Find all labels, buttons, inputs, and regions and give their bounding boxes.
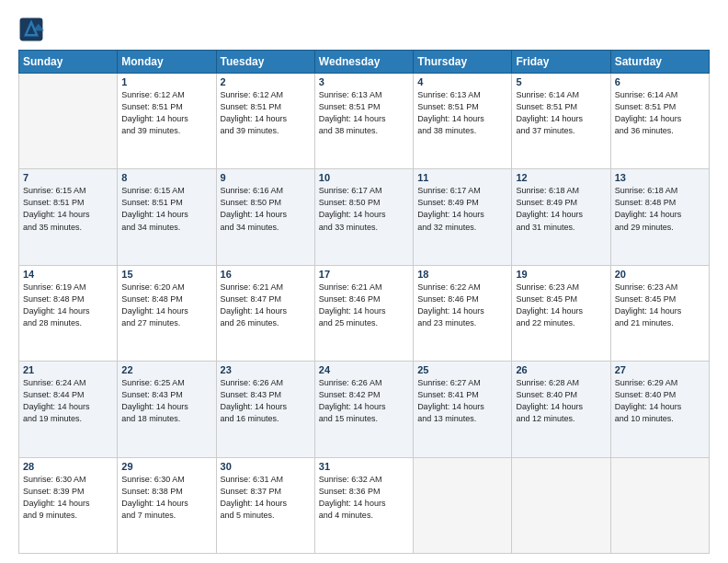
calendar-cell: 17Sunrise: 6:21 AM Sunset: 8:46 PM Dayli…	[314, 265, 413, 361]
calendar-cell: 9Sunrise: 6:16 AM Sunset: 8:50 PM Daylig…	[216, 169, 314, 265]
calendar-cell: 4Sunrise: 6:13 AM Sunset: 8:51 PM Daylig…	[414, 74, 512, 169]
day-info: Sunrise: 6:15 AM Sunset: 8:51 PM Dayligh…	[23, 185, 113, 233]
day-number: 26	[516, 364, 606, 375]
calendar-cell: 22Sunrise: 6:25 AM Sunset: 8:43 PM Dayli…	[118, 362, 216, 457]
day-info: Sunrise: 6:18 AM Sunset: 8:49 PM Dayligh…	[516, 185, 606, 233]
calendar-cell	[414, 457, 512, 553]
calendar-cell: 11Sunrise: 6:17 AM Sunset: 8:49 PM Dayli…	[414, 169, 512, 265]
day-number: 25	[417, 364, 507, 375]
calendar-cell: 20Sunrise: 6:23 AM Sunset: 8:45 PM Dayli…	[610, 265, 709, 361]
weekday-header-tuesday: Tuesday	[216, 51, 314, 74]
day-number: 3	[319, 76, 409, 87]
day-number: 27	[615, 364, 705, 375]
day-info: Sunrise: 6:26 AM Sunset: 8:43 PM Dayligh…	[221, 377, 311, 425]
day-info: Sunrise: 6:25 AM Sunset: 8:43 PM Dayligh…	[121, 377, 211, 425]
day-number: 13	[615, 172, 705, 183]
calendar-cell	[19, 74, 118, 169]
day-number: 17	[319, 269, 409, 280]
day-info: Sunrise: 6:23 AM Sunset: 8:45 PM Dayligh…	[516, 282, 606, 329]
calendar-cell: 21Sunrise: 6:24 AM Sunset: 8:44 PM Dayli…	[19, 362, 118, 457]
day-number: 4	[417, 76, 507, 87]
calendar-cell: 5Sunrise: 6:14 AM Sunset: 8:51 PM Daylig…	[512, 74, 610, 169]
day-info: Sunrise: 6:22 AM Sunset: 8:46 PM Dayligh…	[417, 282, 507, 329]
calendar-cell: 6Sunrise: 6:14 AM Sunset: 8:51 PM Daylig…	[610, 74, 709, 169]
weekday-header-thursday: Thursday	[414, 51, 512, 74]
day-number: 12	[516, 172, 606, 183]
calendar-cell: 23Sunrise: 6:26 AM Sunset: 8:43 PM Dayli…	[216, 362, 314, 457]
day-info: Sunrise: 6:12 AM Sunset: 8:51 PM Dayligh…	[121, 89, 211, 137]
calendar-cell	[610, 457, 709, 553]
weekday-header-wednesday: Wednesday	[314, 51, 413, 74]
day-info: Sunrise: 6:18 AM Sunset: 8:48 PM Dayligh…	[615, 185, 705, 233]
day-info: Sunrise: 6:30 AM Sunset: 8:38 PM Dayligh…	[121, 474, 211, 522]
day-number: 1	[121, 76, 211, 87]
day-info: Sunrise: 6:27 AM Sunset: 8:41 PM Dayligh…	[417, 377, 507, 425]
day-info: Sunrise: 6:32 AM Sunset: 8:36 PM Dayligh…	[319, 474, 409, 522]
day-number: 22	[121, 364, 211, 375]
day-number: 2	[221, 76, 311, 87]
calendar-cell: 18Sunrise: 6:22 AM Sunset: 8:46 PM Dayli…	[414, 265, 512, 361]
day-number: 10	[319, 172, 409, 183]
day-number: 6	[615, 76, 705, 87]
day-number: 5	[516, 76, 606, 87]
day-info: Sunrise: 6:15 AM Sunset: 8:51 PM Dayligh…	[121, 185, 211, 233]
calendar-cell: 28Sunrise: 6:30 AM Sunset: 8:39 PM Dayli…	[19, 457, 118, 553]
calendar-cell: 25Sunrise: 6:27 AM Sunset: 8:41 PM Dayli…	[414, 362, 512, 457]
calendar-cell: 2Sunrise: 6:12 AM Sunset: 8:51 PM Daylig…	[216, 74, 314, 169]
day-info: Sunrise: 6:17 AM Sunset: 8:49 PM Dayligh…	[417, 185, 507, 233]
day-number: 15	[121, 269, 211, 280]
day-info: Sunrise: 6:31 AM Sunset: 8:37 PM Dayligh…	[221, 474, 311, 522]
day-info: Sunrise: 6:26 AM Sunset: 8:42 PM Dayligh…	[319, 377, 409, 425]
calendar-cell: 29Sunrise: 6:30 AM Sunset: 8:38 PM Dayli…	[118, 457, 216, 553]
day-info: Sunrise: 6:14 AM Sunset: 8:51 PM Dayligh…	[516, 89, 606, 137]
logo-icon	[18, 17, 44, 42]
day-number: 23	[221, 364, 311, 375]
calendar-cell: 26Sunrise: 6:28 AM Sunset: 8:40 PM Dayli…	[512, 362, 610, 457]
week-row-1: 1Sunrise: 6:12 AM Sunset: 8:51 PM Daylig…	[19, 74, 710, 169]
day-number: 11	[417, 172, 507, 183]
day-info: Sunrise: 6:28 AM Sunset: 8:40 PM Dayligh…	[516, 377, 606, 425]
day-info: Sunrise: 6:13 AM Sunset: 8:51 PM Dayligh…	[417, 89, 507, 137]
day-info: Sunrise: 6:16 AM Sunset: 8:50 PM Dayligh…	[221, 185, 311, 233]
day-number: 14	[23, 269, 113, 280]
calendar-cell: 30Sunrise: 6:31 AM Sunset: 8:37 PM Dayli…	[216, 457, 314, 553]
week-row-2: 7Sunrise: 6:15 AM Sunset: 8:51 PM Daylig…	[19, 169, 710, 265]
day-number: 28	[23, 461, 113, 472]
calendar-cell: 14Sunrise: 6:19 AM Sunset: 8:48 PM Dayli…	[19, 265, 118, 361]
calendar-cell: 7Sunrise: 6:15 AM Sunset: 8:51 PM Daylig…	[19, 169, 118, 265]
calendar-cell: 13Sunrise: 6:18 AM Sunset: 8:48 PM Dayli…	[610, 169, 709, 265]
calendar-cell: 19Sunrise: 6:23 AM Sunset: 8:45 PM Dayli…	[512, 265, 610, 361]
day-info: Sunrise: 6:13 AM Sunset: 8:51 PM Dayligh…	[319, 89, 409, 137]
calendar-cell: 3Sunrise: 6:13 AM Sunset: 8:51 PM Daylig…	[314, 74, 413, 169]
week-row-4: 21Sunrise: 6:24 AM Sunset: 8:44 PM Dayli…	[19, 362, 710, 457]
week-row-3: 14Sunrise: 6:19 AM Sunset: 8:48 PM Dayli…	[19, 265, 710, 361]
calendar-cell	[512, 457, 610, 553]
weekday-header-row: SundayMondayTuesdayWednesdayThursdayFrid…	[19, 51, 710, 74]
calendar-cell: 31Sunrise: 6:32 AM Sunset: 8:36 PM Dayli…	[314, 457, 413, 553]
week-row-5: 28Sunrise: 6:30 AM Sunset: 8:39 PM Dayli…	[19, 457, 710, 553]
day-number: 9	[221, 172, 311, 183]
calendar-cell: 24Sunrise: 6:26 AM Sunset: 8:42 PM Dayli…	[314, 362, 413, 457]
day-number: 19	[516, 269, 606, 280]
day-info: Sunrise: 6:29 AM Sunset: 8:40 PM Dayligh…	[615, 377, 705, 425]
day-info: Sunrise: 6:23 AM Sunset: 8:45 PM Dayligh…	[615, 282, 705, 329]
logo	[18, 17, 48, 42]
page: SundayMondayTuesdayWednesdayThursdayFrid…	[0, 0, 728, 563]
day-info: Sunrise: 6:24 AM Sunset: 8:44 PM Dayligh…	[23, 377, 113, 425]
day-number: 29	[121, 461, 211, 472]
day-number: 8	[121, 172, 211, 183]
calendar-cell: 16Sunrise: 6:21 AM Sunset: 8:47 PM Dayli…	[216, 265, 314, 361]
calendar-cell: 8Sunrise: 6:15 AM Sunset: 8:51 PM Daylig…	[118, 169, 216, 265]
day-info: Sunrise: 6:30 AM Sunset: 8:39 PM Dayligh…	[23, 474, 113, 522]
calendar-cell: 15Sunrise: 6:20 AM Sunset: 8:48 PM Dayli…	[118, 265, 216, 361]
day-number: 16	[221, 269, 311, 280]
day-info: Sunrise: 6:17 AM Sunset: 8:50 PM Dayligh…	[319, 185, 409, 233]
weekday-header-monday: Monday	[118, 51, 216, 74]
day-info: Sunrise: 6:12 AM Sunset: 8:51 PM Dayligh…	[221, 89, 311, 137]
weekday-header-saturday: Saturday	[610, 51, 709, 74]
day-number: 21	[23, 364, 113, 375]
weekday-header-sunday: Sunday	[19, 51, 118, 74]
weekday-header-friday: Friday	[512, 51, 610, 74]
day-info: Sunrise: 6:21 AM Sunset: 8:46 PM Dayligh…	[319, 282, 409, 329]
day-number: 18	[417, 269, 507, 280]
